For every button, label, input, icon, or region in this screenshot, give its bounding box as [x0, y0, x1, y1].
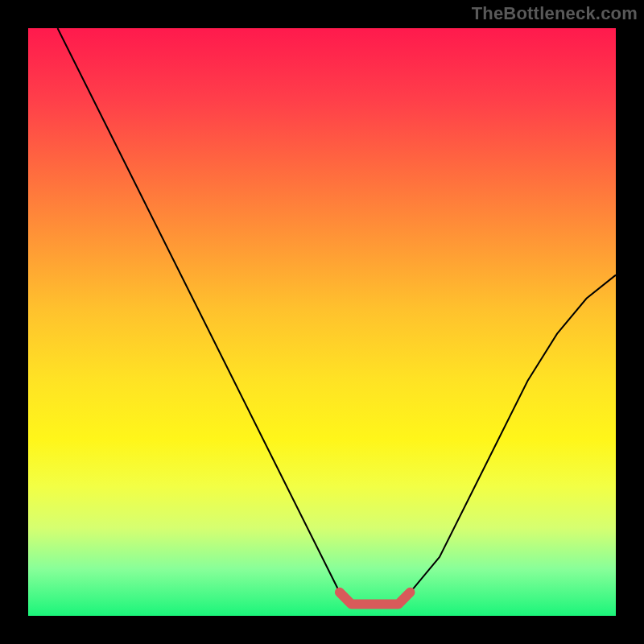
plot-area	[28, 28, 616, 616]
minimum-marker	[340, 592, 411, 605]
bottleneck-curve	[58, 28, 617, 604]
watermark-text: TheBottleneck.com	[472, 3, 638, 24]
chart-svg	[28, 28, 616, 616]
chart-frame: TheBottleneck.com	[0, 0, 644, 644]
